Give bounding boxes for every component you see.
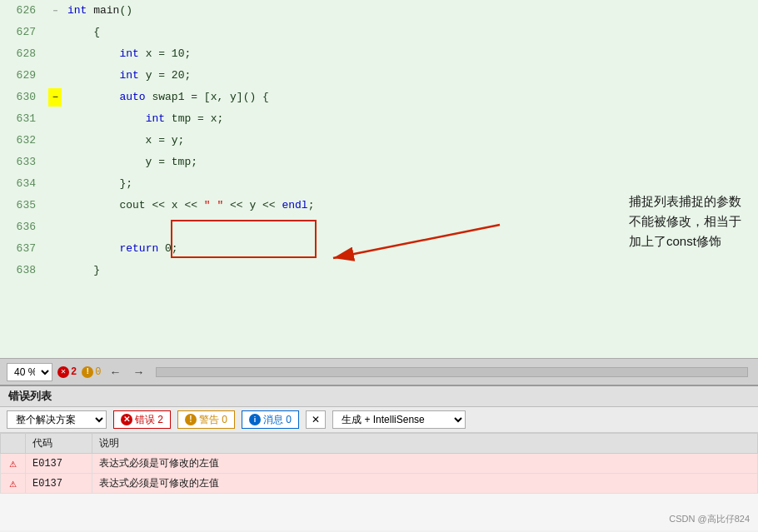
code-line-626: 626 － int main()	[0, 0, 758, 22]
warning-filter-icon: !	[185, 414, 197, 425]
annotation-line3: 加上了const修饰	[629, 231, 741, 251]
code-text-638: }	[64, 260, 758, 281]
error-circle-icon: ✕	[57, 366, 69, 378]
error-row-icon-1: ⚠	[9, 477, 16, 490]
bottom-toolbar: 40 % 60 % 80 % 100 % ✕ 2 ! 0 ← →	[0, 358, 758, 385]
code-text-629: int y = 20;	[64, 65, 758, 87]
gutter-626[interactable]: －	[46, 0, 64, 22]
line-num-632: 632	[0, 130, 46, 152]
gutter-636	[46, 216, 64, 238]
line-num-638: 638	[0, 260, 46, 281]
code-line-633: 633 y = tmp;	[0, 152, 758, 173]
line-num-633: 633	[0, 152, 46, 173]
gutter-631	[46, 108, 64, 130]
filter-icon: ✕	[312, 414, 320, 425]
gutter-630[interactable]: －	[46, 87, 64, 108]
code-line-632: 632 x = y;	[0, 130, 758, 152]
error-filter-icon: ✕	[121, 414, 132, 425]
scope-select[interactable]: 整个解决方案	[7, 410, 107, 429]
watermark: CSDN @高比仔824	[669, 513, 750, 525]
annotation-line1: 捕捉列表捕捉的参数	[629, 191, 741, 211]
code-text-628: int x = 10;	[64, 43, 758, 65]
error-filter-label: 错误 2	[135, 413, 163, 427]
gutter-632	[46, 130, 64, 152]
code-text-632: x = y;	[64, 130, 758, 152]
gutter-638	[46, 260, 64, 281]
line-num-628: 628	[0, 43, 46, 65]
code-line-627: 627 {	[0, 22, 758, 43]
line-num-630: 630	[0, 87, 46, 108]
gutter-633	[46, 152, 64, 173]
code-line-630: 630 － auto swap1 = [x, y]() {	[0, 87, 758, 108]
row-code-0: E0137	[26, 454, 92, 474]
table-row[interactable]: ⚠ E0137 表达式必须是可修改的左值	[1, 454, 758, 474]
editor-area: 626 － int main() 627 { 628 int x = 10; 6…	[0, 0, 758, 358]
code-line-631: 631 int tmp = x;	[0, 108, 758, 130]
gutter-634	[46, 173, 64, 195]
zoom-select[interactable]: 40 % 60 % 80 % 100 %	[7, 363, 52, 381]
code-line-629: 629 int y = 20;	[0, 65, 758, 87]
line-num-626: 626	[0, 0, 46, 22]
warning-filter-label: 警告 0	[199, 413, 227, 427]
line-num-634: 634	[0, 173, 46, 195]
gutter-627	[46, 22, 64, 43]
col-description-header: 说明	[92, 434, 758, 454]
collapse-icon-626[interactable]: －	[51, 6, 60, 16]
row-icon-0: ⚠	[1, 454, 26, 474]
nav-right-button[interactable]: →	[129, 365, 147, 379]
col-icon-header	[1, 434, 26, 454]
row-code-1: E0137	[26, 474, 92, 494]
error-panel-title: 错误列表	[8, 390, 52, 403]
gutter-637	[46, 238, 64, 260]
warning-count-text: 0	[95, 366, 101, 378]
code-text-626: int main()	[64, 0, 758, 22]
gutter-628	[46, 43, 64, 65]
extra-filter-button[interactable]: ✕	[306, 410, 326, 429]
warning-filter-button[interactable]: ! 警告 0	[177, 410, 235, 429]
line-num-627: 627	[0, 22, 46, 43]
horizontal-scrollbar[interactable]	[156, 367, 748, 377]
line-num-631: 631	[0, 108, 46, 130]
nav-left-button[interactable]: ←	[106, 365, 124, 379]
row-icon-1: ⚠	[1, 474, 26, 494]
build-scope-select[interactable]: 生成 + IntelliSense	[332, 410, 466, 429]
info-filter-label: 消息 0	[263, 413, 292, 427]
info-filter-icon: i	[249, 414, 261, 425]
error-count-text: 2	[71, 366, 77, 378]
code-line-638: 638 }	[0, 260, 758, 281]
error-panel: 错误列表 整个解决方案 ✕ 错误 2 ! 警告 0 i 消息 0 ✕ 生成 + …	[0, 385, 758, 530]
collapse-icon-630[interactable]: －	[48, 88, 62, 107]
line-num-636: 636	[0, 216, 46, 238]
code-text-630: auto swap1 = [x, y]() {	[64, 87, 758, 108]
annotation-line2: 不能被修改，相当于	[629, 211, 741, 231]
error-panel-header: 错误列表	[0, 386, 758, 407]
info-filter-button[interactable]: i 消息 0	[242, 410, 299, 429]
table-header-row: 代码 说明	[1, 434, 758, 454]
gutter-629	[46, 65, 64, 87]
gutter-635	[46, 195, 64, 216]
error-table: 代码 说明 ⚠ E0137 表达式必须是可修改的左值 ⚠ E0137 表达式必须…	[0, 433, 758, 494]
error-row-icon-0: ⚠	[9, 457, 16, 470]
code-line-628: 628 int x = 10;	[0, 43, 758, 65]
line-num-637: 637	[0, 238, 46, 260]
warning-count-badge: ! 0	[82, 366, 101, 378]
row-description-1: 表达式必须是可修改的左值	[92, 474, 758, 494]
error-filter-button[interactable]: ✕ 错误 2	[113, 410, 171, 429]
col-code-header: 代码	[26, 434, 92, 454]
code-text-633: y = tmp;	[64, 152, 758, 173]
line-num-629: 629	[0, 65, 46, 87]
line-num-635: 635	[0, 195, 46, 216]
error-count-badge: ✕ 2	[57, 366, 77, 378]
annotation-block: 捕捉列表捕捉的参数 不能被修改，相当于 加上了const修饰	[629, 191, 741, 251]
code-text-631: int tmp = x;	[64, 108, 758, 130]
row-description-0: 表达式必须是可修改的左值	[92, 454, 758, 474]
error-panel-toolbar: 整个解决方案 ✕ 错误 2 ! 警告 0 i 消息 0 ✕ 生成 + Intel…	[0, 407, 758, 433]
warning-triangle-icon: !	[82, 366, 93, 378]
table-row[interactable]: ⚠ E0137 表达式必须是可修改的左值	[1, 474, 758, 494]
code-text-627: {	[64, 22, 758, 43]
